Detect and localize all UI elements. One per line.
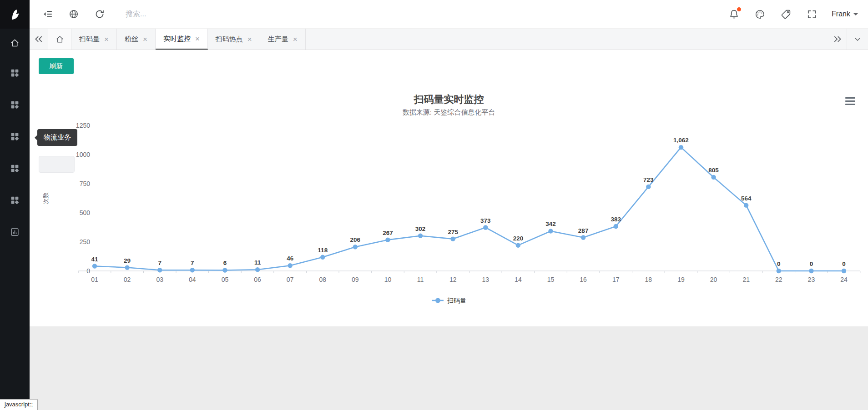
tab-item[interactable]: 实时监控× [156, 29, 208, 50]
chart-toolbox-menu-icon[interactable] [845, 97, 855, 105]
data-point-label: 302 [415, 225, 426, 232]
data-point-marker[interactable] [842, 269, 846, 273]
sidebar-tooltip: 物流业务 [37, 129, 77, 146]
fullscreen-icon[interactable] [806, 8, 818, 20]
sidebar-item-report[interactable] [0, 216, 30, 248]
x-tick-label: 23 [808, 276, 815, 283]
bell-icon[interactable] [728, 8, 740, 20]
menu-fold-icon[interactable] [41, 8, 54, 20]
menu-grid-icon [10, 132, 20, 141]
data-point-marker[interactable] [418, 233, 423, 238]
tab-home[interactable] [48, 29, 71, 50]
scroll-tabs-right-button[interactable] [828, 29, 847, 50]
data-point-marker[interactable] [483, 225, 488, 230]
data-point-marker[interactable] [92, 264, 97, 268]
data-point-label: 1,062 [673, 137, 689, 144]
y-tick-label: 1250 [76, 122, 90, 129]
tag-icon[interactable] [780, 8, 792, 20]
refresh-button[interactable]: 刷新 [39, 58, 74, 74]
data-point-marker[interactable] [548, 229, 553, 233]
sidebar-item-menu-2[interactable] [0, 89, 30, 120]
data-point-label: 0 [810, 260, 813, 267]
tags-view-bar: 扫码量×粉丝×实时监控×扫码热点×生产量× [30, 29, 868, 50]
x-tick-label: 12 [449, 276, 457, 283]
data-point-label: 342 [545, 220, 556, 227]
menu-grid-icon [10, 164, 20, 173]
sidebar-item-menu-5[interactable] [0, 184, 30, 216]
legend-marker-icon [435, 298, 440, 303]
chart-panel: 025050075010001250次数01020304050607080910… [30, 50, 868, 326]
data-point-marker[interactable] [809, 269, 813, 273]
x-tick-label: 18 [645, 276, 652, 283]
sidebar-item-home[interactable] [0, 29, 30, 57]
x-tick-label: 02 [124, 276, 131, 283]
x-tick-label: 01 [91, 276, 98, 283]
x-tick-label: 10 [384, 276, 392, 283]
tab-item[interactable]: 粉丝× [117, 29, 156, 50]
data-point-label: 11 [254, 259, 261, 266]
y-tick-label: 0 [86, 267, 90, 275]
tab-item[interactable]: 扫码量× [71, 29, 117, 50]
globe-icon[interactable] [67, 8, 80, 20]
tab-close-icon[interactable]: × [247, 35, 252, 43]
data-point-marker[interactable] [679, 145, 683, 150]
notification-dot [737, 7, 741, 11]
refresh-icon[interactable] [93, 8, 106, 20]
sidebar-item-menu-4[interactable] [0, 152, 30, 184]
tab-item[interactable]: 生产量× [260, 29, 306, 50]
palette-icon[interactable] [754, 8, 766, 20]
tab-close-icon[interactable]: × [143, 35, 147, 43]
scroll-tabs-left-button[interactable] [30, 29, 48, 50]
tab-options-button[interactable] [847, 29, 868, 50]
data-point-label: 275 [448, 229, 458, 235]
x-tick-label: 05 [222, 276, 229, 283]
data-point-marker[interactable] [744, 203, 748, 207]
data-point-label: 267 [383, 230, 393, 236]
caret-down-icon [853, 13, 858, 18]
line-chart: 025050075010001250次数01020304050607080910… [30, 50, 868, 326]
x-tick-label: 22 [775, 276, 782, 283]
app-logo-icon [8, 8, 22, 21]
sidebar-item-logistics[interactable] [0, 120, 30, 152]
data-point-marker[interactable] [320, 255, 325, 260]
y-axis-title: 次数 [42, 192, 49, 204]
data-point-label: 564 [741, 195, 752, 202]
data-point-marker[interactable] [125, 265, 129, 270]
data-point-marker[interactable] [646, 185, 651, 189]
sidebar-item-menu-1[interactable] [0, 57, 30, 89]
legend-item[interactable]: 扫码量 [432, 297, 466, 304]
user-menu[interactable]: Frank [832, 10, 858, 18]
data-point-marker[interactable] [777, 269, 781, 273]
x-tick-label: 09 [352, 276, 359, 283]
data-point-label: 41 [91, 256, 98, 263]
data-point-label: 383 [611, 216, 621, 223]
data-point-marker[interactable] [516, 243, 520, 247]
x-tick-label: 15 [547, 276, 555, 283]
data-point-marker[interactable] [222, 268, 227, 272]
data-point-marker[interactable] [255, 267, 260, 272]
data-point-marker[interactable] [614, 224, 618, 229]
data-point-marker[interactable] [190, 268, 195, 272]
search-input[interactable] [126, 10, 235, 18]
chart-title: 扫码量实时监控 [30, 93, 868, 106]
data-point-marker[interactable] [385, 237, 390, 242]
app-logo[interactable] [0, 0, 30, 29]
navbar-left [30, 8, 235, 20]
tab-close-icon[interactable]: × [104, 35, 109, 43]
x-tick-label: 20 [710, 276, 717, 283]
tab-item[interactable]: 扫码热点× [208, 29, 260, 50]
double-chevron-right-icon [833, 35, 842, 44]
data-point-marker[interactable] [288, 263, 292, 268]
user-name: Frank [832, 10, 850, 18]
data-point-marker[interactable] [450, 236, 455, 241]
data-point-marker[interactable] [711, 175, 716, 180]
data-point-marker[interactable] [157, 268, 162, 272]
tab-close-icon[interactable]: × [195, 35, 200, 43]
data-point-marker[interactable] [353, 245, 358, 249]
tab-label: 实时监控 [163, 35, 191, 43]
chart-subtitle: 数据来源: 天鉴综合信息化平台 [30, 108, 868, 117]
tab-close-icon[interactable]: × [293, 35, 298, 43]
x-tick-label: 13 [482, 276, 490, 283]
data-point-label: 220 [513, 235, 524, 242]
data-point-marker[interactable] [581, 235, 585, 240]
